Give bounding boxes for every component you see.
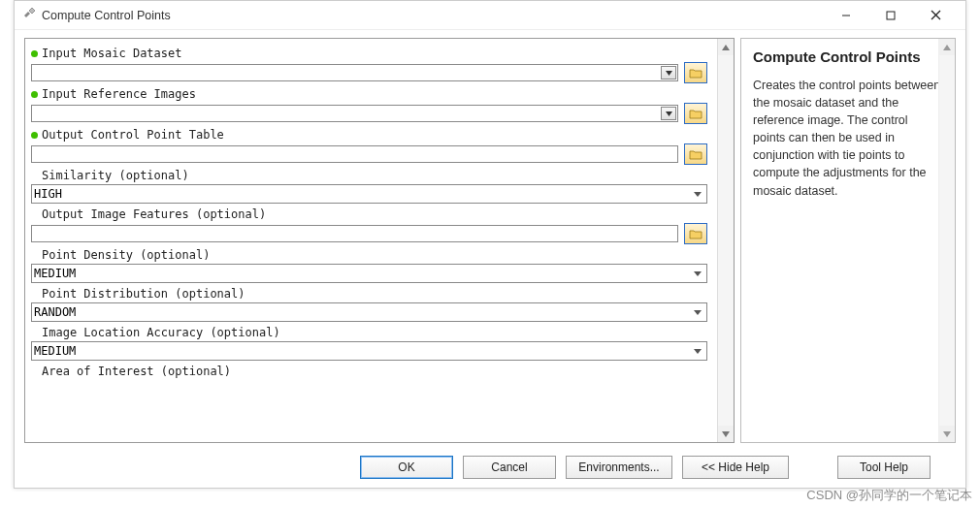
folder-icon xyxy=(689,228,702,239)
distribution-select[interactable]: RANDOM xyxy=(31,302,707,322)
chevron-down-icon[interactable] xyxy=(661,66,676,79)
required-dot-icon xyxy=(31,91,38,98)
button-bar: OK Cancel Environments... << Hide Help T… xyxy=(15,447,965,488)
scroll-track[interactable] xyxy=(718,55,734,426)
input-reference-combo[interactable] xyxy=(31,105,678,122)
tool-help-button[interactable]: Tool Help xyxy=(837,456,931,479)
watermark: CSDN @孙同学的一个笔记本 xyxy=(806,487,972,504)
help-title: Compute Control Points xyxy=(753,48,943,67)
required-dot-icon xyxy=(31,50,38,57)
scroll-up-icon[interactable] xyxy=(718,39,734,55)
minimize-button[interactable] xyxy=(824,1,868,30)
hide-help-button[interactable]: << Hide Help xyxy=(682,456,789,479)
label-similarity: Similarity (optional) xyxy=(42,169,189,182)
form-pane: Input Mosaic Dataset Input Reference Ima… xyxy=(24,38,735,443)
browse-output-features-button[interactable] xyxy=(684,223,707,244)
svg-marker-9 xyxy=(943,431,951,437)
window-title: Compute Control Points xyxy=(42,9,824,22)
help-scrollbar[interactable] xyxy=(938,39,955,442)
browse-output-table-button[interactable] xyxy=(684,143,707,165)
maximize-button[interactable] xyxy=(868,1,913,30)
folder-icon xyxy=(689,148,702,160)
required-dot-icon xyxy=(31,132,38,139)
cancel-button[interactable]: Cancel xyxy=(463,456,556,479)
folder-icon xyxy=(689,108,702,119)
close-button[interactable] xyxy=(913,1,958,30)
help-body: Creates the control points between the m… xyxy=(753,77,943,200)
similarity-select[interactable]: HIGH xyxy=(31,184,707,204)
dialog-window: Compute Control Points Input Mosaic Data… xyxy=(14,0,966,489)
label-aoi: Area of Interest (optional) xyxy=(42,365,231,378)
label-density: Point Density (optional) xyxy=(42,248,210,262)
output-table-input[interactable] xyxy=(31,145,678,163)
titlebar: Compute Control Points xyxy=(15,1,965,30)
ok-button[interactable]: OK xyxy=(360,456,453,479)
label-input-mosaic: Input Mosaic Dataset xyxy=(42,47,182,60)
help-pane: Compute Control Points Creates the contr… xyxy=(740,38,956,443)
browse-reference-button[interactable] xyxy=(684,103,707,124)
scroll-up-icon[interactable] xyxy=(939,39,955,55)
input-mosaic-combo[interactable] xyxy=(31,64,678,81)
density-select[interactable]: MEDIUM xyxy=(31,264,707,283)
label-distribution: Point Distribution (optional) xyxy=(42,287,245,301)
form-scrollbar[interactable] xyxy=(717,39,734,442)
scroll-down-icon[interactable] xyxy=(718,426,734,442)
svg-marker-8 xyxy=(943,45,951,50)
output-features-input[interactable] xyxy=(31,225,678,242)
svg-marker-7 xyxy=(722,431,730,437)
scroll-down-icon[interactable] xyxy=(939,426,955,442)
label-output-table: Output Control Point Table xyxy=(42,128,224,142)
label-accuracy: Image Location Accuracy (optional) xyxy=(42,326,280,339)
svg-marker-4 xyxy=(666,71,672,76)
chevron-down-icon[interactable] xyxy=(661,107,676,120)
label-output-features: Output Image Features (optional) xyxy=(42,207,266,221)
svg-marker-6 xyxy=(722,45,730,50)
environments-button[interactable]: Environments... xyxy=(566,456,672,479)
browse-mosaic-button[interactable] xyxy=(684,62,707,83)
accuracy-select[interactable]: MEDIUM xyxy=(31,341,707,361)
folder-icon xyxy=(689,67,702,79)
svg-rect-1 xyxy=(887,12,895,19)
hammer-icon xyxy=(22,7,36,23)
svg-marker-5 xyxy=(666,111,672,116)
label-input-reference: Input Reference Images xyxy=(42,87,196,101)
